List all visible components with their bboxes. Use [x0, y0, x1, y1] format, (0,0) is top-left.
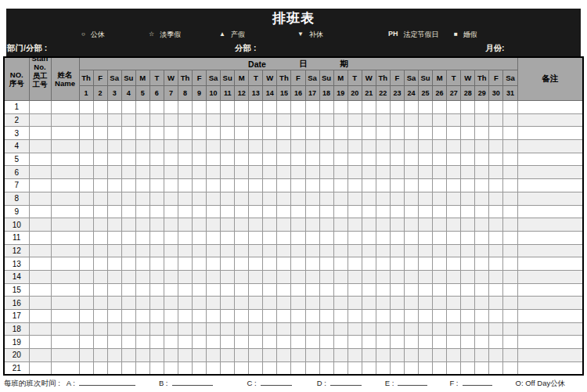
- schedule-day-cell[interactable]: [121, 192, 135, 205]
- schedule-day-cell[interactable]: [390, 179, 404, 192]
- schedule-day-cell[interactable]: [333, 101, 348, 114]
- schedule-day-cell[interactable]: [433, 310, 447, 323]
- schedule-day-cell[interactable]: [107, 192, 121, 205]
- staff-no-cell[interactable]: [29, 244, 51, 257]
- remark-cell[interactable]: [517, 244, 583, 257]
- row-number-cell[interactable]: 19: [4, 336, 29, 349]
- schedule-day-cell[interactable]: [79, 101, 93, 114]
- schedule-day-cell[interactable]: [235, 244, 249, 257]
- schedule-day-cell[interactable]: [376, 244, 390, 257]
- schedule-day-cell[interactable]: [319, 270, 333, 283]
- schedule-day-cell[interactable]: [93, 336, 107, 349]
- schedule-day-cell[interactable]: [348, 297, 362, 310]
- schedule-day-cell[interactable]: [207, 349, 221, 362]
- schedule-day-cell[interactable]: [419, 310, 433, 323]
- schedule-day-cell[interactable]: [362, 322, 376, 336]
- schedule-day-cell[interactable]: [107, 218, 121, 232]
- schedule-day-cell[interactable]: [489, 310, 503, 323]
- schedule-day-cell[interactable]: [333, 205, 348, 218]
- name-cell[interactable]: [51, 297, 79, 310]
- schedule-day-cell[interactable]: [135, 257, 149, 271]
- schedule-day-cell[interactable]: [135, 361, 149, 375]
- schedule-day-cell[interactable]: [121, 127, 135, 140]
- schedule-day-cell[interactable]: [489, 127, 503, 140]
- name-cell[interactable]: [51, 192, 79, 205]
- schedule-day-cell[interactable]: [419, 270, 433, 283]
- schedule-day-cell[interactable]: [291, 336, 305, 349]
- schedule-day-cell[interactable]: [207, 336, 221, 349]
- schedule-day-cell[interactable]: [362, 101, 376, 114]
- schedule-day-cell[interactable]: [333, 218, 348, 232]
- row-number-cell[interactable]: 2: [4, 113, 29, 127]
- schedule-day-cell[interactable]: [475, 153, 489, 166]
- remark-cell[interactable]: [517, 153, 583, 166]
- schedule-day-cell[interactable]: [305, 297, 319, 310]
- schedule-day-cell[interactable]: [207, 205, 221, 218]
- schedule-day-cell[interactable]: [390, 257, 404, 271]
- schedule-day-cell[interactable]: [135, 179, 149, 192]
- row-number-cell[interactable]: 3: [4, 127, 29, 140]
- schedule-day-cell[interactable]: [263, 349, 277, 362]
- schedule-day-cell[interactable]: [503, 361, 517, 375]
- schedule-day-cell[interactable]: [362, 113, 376, 127]
- staff-no-cell[interactable]: [29, 336, 51, 349]
- name-cell[interactable]: [51, 218, 79, 232]
- schedule-day-cell[interactable]: [447, 283, 461, 297]
- schedule-day-cell[interactable]: [249, 113, 263, 127]
- schedule-day-cell[interactable]: [263, 140, 277, 153]
- schedule-day-cell[interactable]: [390, 244, 404, 257]
- shift-time-blank-field[interactable]: [463, 378, 492, 386]
- schedule-day-cell[interactable]: [503, 205, 517, 218]
- schedule-day-cell[interactable]: [277, 336, 291, 349]
- schedule-day-cell[interactable]: [79, 205, 93, 218]
- schedule-day-cell[interactable]: [221, 179, 235, 192]
- schedule-day-cell[interactable]: [277, 101, 291, 114]
- schedule-day-cell[interactable]: [362, 179, 376, 192]
- schedule-day-cell[interactable]: [333, 231, 348, 244]
- schedule-day-cell[interactable]: [461, 297, 475, 310]
- schedule-day-cell[interactable]: [489, 113, 503, 127]
- schedule-day-cell[interactable]: [333, 257, 348, 271]
- schedule-day-cell[interactable]: [503, 283, 517, 297]
- schedule-day-cell[interactable]: [489, 297, 503, 310]
- schedule-day-cell[interactable]: [207, 297, 221, 310]
- schedule-day-cell[interactable]: [475, 270, 489, 283]
- schedule-day-cell[interactable]: [362, 205, 376, 218]
- schedule-day-cell[interactable]: [79, 297, 93, 310]
- schedule-day-cell[interactable]: [404, 297, 418, 310]
- remark-cell[interactable]: [517, 257, 583, 271]
- schedule-day-cell[interactable]: [93, 310, 107, 323]
- schedule-day-cell[interactable]: [249, 270, 263, 283]
- schedule-day-cell[interactable]: [107, 166, 121, 179]
- schedule-day-cell[interactable]: [207, 113, 221, 127]
- schedule-day-cell[interactable]: [221, 166, 235, 179]
- schedule-day-cell[interactable]: [207, 270, 221, 283]
- schedule-day-cell[interactable]: [164, 101, 178, 114]
- schedule-day-cell[interactable]: [390, 270, 404, 283]
- schedule-day-cell[interactable]: [207, 257, 221, 271]
- schedule-day-cell[interactable]: [433, 283, 447, 297]
- schedule-day-cell[interactable]: [79, 361, 93, 375]
- schedule-day-cell[interactable]: [404, 336, 418, 349]
- row-number-cell[interactable]: 4: [4, 140, 29, 153]
- schedule-day-cell[interactable]: [447, 205, 461, 218]
- schedule-day-cell[interactable]: [79, 270, 93, 283]
- schedule-day-cell[interactable]: [376, 270, 390, 283]
- schedule-day-cell[interactable]: [362, 336, 376, 349]
- schedule-day-cell[interactable]: [419, 113, 433, 127]
- schedule-day-cell[interactable]: [178, 179, 192, 192]
- schedule-day-cell[interactable]: [475, 140, 489, 153]
- name-cell[interactable]: [51, 231, 79, 244]
- schedule-day-cell[interactable]: [305, 270, 319, 283]
- schedule-day-cell[interactable]: [149, 283, 164, 297]
- schedule-day-cell[interactable]: [305, 336, 319, 349]
- schedule-day-cell[interactable]: [503, 192, 517, 205]
- schedule-day-cell[interactable]: [447, 113, 461, 127]
- schedule-day-cell[interactable]: [362, 127, 376, 140]
- schedule-day-cell[interactable]: [305, 231, 319, 244]
- row-number-cell[interactable]: 6: [4, 166, 29, 179]
- staff-no-cell[interactable]: [29, 113, 51, 127]
- schedule-day-cell[interactable]: [376, 101, 390, 114]
- schedule-day-cell[interactable]: [164, 270, 178, 283]
- schedule-day-cell[interactable]: [376, 297, 390, 310]
